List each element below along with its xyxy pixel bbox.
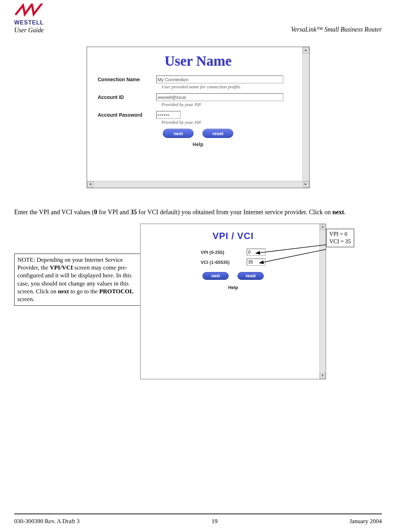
- para-bold-vci: 35: [130, 209, 137, 216]
- footer-right: January 2004: [350, 518, 382, 525]
- guide-label: User Guide: [14, 27, 57, 34]
- para-text: .: [344, 209, 346, 216]
- westell-logo-icon: [14, 4, 57, 20]
- vpivci-title: VPI / VCI: [141, 231, 325, 242]
- account-password-label: Account Password: [98, 112, 156, 118]
- brand-logo-block: WESTELL User Guide: [14, 4, 57, 34]
- vpi-label: VPI (0-255): [201, 250, 240, 255]
- horizontal-scrollbar[interactable]: ◄ ►: [87, 181, 309, 188]
- next-button[interactable]: next: [202, 272, 229, 280]
- footer-rule: [14, 514, 382, 514]
- callout-vpi: VPI = 0: [329, 231, 351, 238]
- para-text: for VCI default) you obtained from your …: [137, 209, 333, 216]
- account-id-hint: Provided by your ISP.: [162, 102, 299, 107]
- page-number: 19: [212, 518, 218, 525]
- scroll-right-icon[interactable]: ►: [303, 181, 309, 188]
- scroll-down-icon[interactable]: ▼: [320, 373, 325, 379]
- note-box: NOTE: Depending on your Internet Service…: [14, 254, 144, 306]
- scroll-up-icon[interactable]: ▲: [303, 47, 309, 54]
- next-button[interactable]: next: [163, 129, 194, 138]
- note-text: to go to the: [69, 288, 99, 295]
- connection-name-input[interactable]: [156, 76, 283, 83]
- connection-name-hint: User provided name for connection profil…: [162, 84, 299, 90]
- para-bold-next: next: [332, 209, 344, 216]
- scroll-up-icon[interactable]: ▲: [320, 224, 325, 230]
- para-text: for VPI and: [97, 209, 130, 216]
- callout-arrow-icon: [250, 243, 331, 271]
- help-link[interactable]: Help: [141, 285, 325, 290]
- para-bold-vpi: 0: [94, 209, 97, 216]
- vertical-scrollbar[interactable]: ▲ ▼: [302, 47, 309, 188]
- brand-name: WESTELL: [14, 20, 57, 26]
- note-bold-next: next: [58, 288, 69, 295]
- reset-button[interactable]: reset: [202, 129, 233, 138]
- vci-label: VCI (1-65535): [201, 260, 240, 265]
- account-id-input[interactable]: [156, 93, 283, 101]
- scroll-left-icon[interactable]: ◄: [87, 181, 94, 188]
- account-password-input[interactable]: [156, 111, 180, 119]
- help-link[interactable]: Help: [98, 142, 299, 147]
- note-text: screen.: [17, 296, 34, 303]
- footer-left: 030-300390 Rev. A Draft 3: [14, 518, 79, 525]
- note-bold-vpivci: VPI/VCI: [50, 264, 73, 271]
- callout-vci: VCI = 35: [329, 238, 351, 245]
- connection-name-label: Connection Name: [98, 77, 156, 82]
- account-id-label: Account ID: [98, 94, 156, 100]
- panel-title: User Name: [98, 52, 299, 69]
- user-name-panel: User Name Connection Name User provided …: [87, 46, 310, 188]
- account-password-hint: Provided by your ISP.: [162, 120, 299, 125]
- reset-button[interactable]: reset: [238, 272, 264, 280]
- note-bold-protocol: PROTOCOL: [99, 288, 134, 295]
- instruction-paragraph: Enter the VPI and VCI values (0 for VPI …: [14, 208, 382, 216]
- footer: 030-300390 Rev. A Draft 3 19 January 200…: [14, 518, 382, 525]
- para-text: Enter the VPI and VCI values (: [14, 209, 94, 216]
- product-title: VersaLink™ Small Business Router: [291, 26, 382, 33]
